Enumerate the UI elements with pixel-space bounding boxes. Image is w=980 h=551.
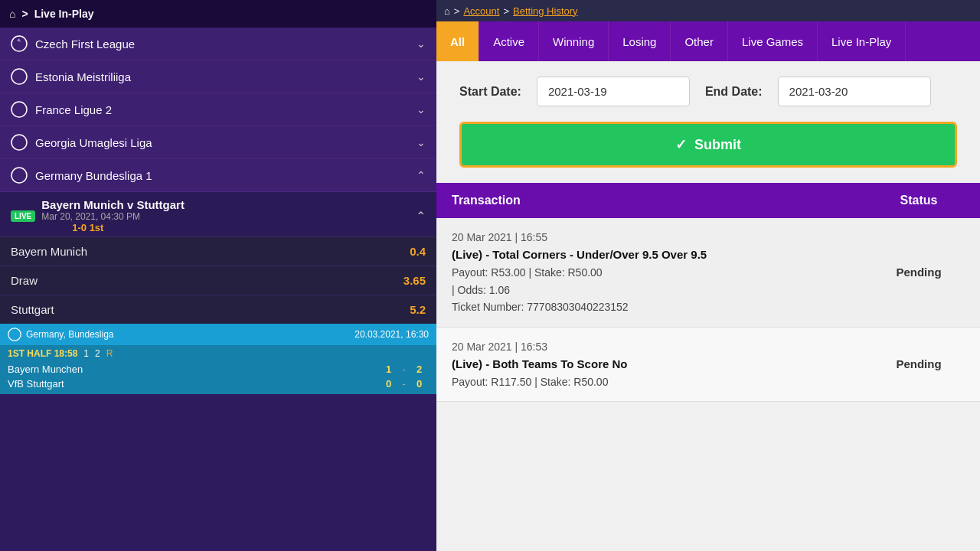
match-container: LIVE Bayern Munich v Stuttgart Mar 20, 2… (0, 192, 436, 324)
odds-label-draw: Draw (11, 274, 38, 287)
match-score: 1-0 1st (41, 222, 185, 233)
match-header[interactable]: LIVE Bayern Munich v Stuttgart Mar 20, 2… (0, 192, 436, 236)
filter-tabs: All Active Winning Losing Other Live Gam… (436, 21, 980, 61)
submit-section: ✓ Submit (436, 122, 980, 183)
tx-status-1: Pending (858, 218, 980, 327)
transactions-header: Transaction Status (436, 183, 980, 218)
league-name-france: France Ligue 2 (35, 103, 112, 116)
right-home-icon: ⌂ (444, 5, 450, 17)
svg-point-5 (11, 168, 27, 183)
score-sep-stuttgartvfb: - (398, 378, 410, 390)
tx-title-2: (Live) - Both Teams To Score No (452, 355, 842, 373)
tx-detail-2: 20 Mar 2021 | 16:53 (Live) - Both Teams … (436, 328, 858, 402)
scoreboard-league-info: Germany, Bundesliga (8, 328, 114, 341)
tab-winning[interactable]: Winning (539, 21, 609, 61)
chevron-up-icon: ⌃ (416, 169, 426, 181)
soccer-icon-estonia (11, 68, 28, 85)
league-name-czech: Czech First League (35, 37, 135, 51)
left-top-bar: ⌂ > Live In-Play (0, 0, 436, 28)
match-time: Mar 20, 2021, 04:30 PM (41, 211, 185, 222)
svg-marker-1 (17, 38, 21, 42)
soccer-icon-france (11, 101, 28, 118)
right-breadcrumb: ⌂ > Account > Betting History (436, 0, 980, 21)
score1-bayernmunchen: 1 (379, 364, 398, 375)
table-row: 20 Mar 2021 | 16:55 (Live) - Total Corne… (436, 218, 980, 328)
tx-datetime-2: 20 Mar 2021 | 16:53 (452, 338, 842, 355)
betting-history-link[interactable]: Betting History (513, 5, 578, 17)
tab-other-label: Other (684, 35, 714, 48)
team-name-bayernmunchen: Bayern Munchen (8, 364, 379, 375)
scoreboard-league-name: Germany, Bundesliga (26, 329, 114, 340)
svg-point-3 (11, 102, 27, 117)
svg-point-2 (11, 69, 27, 84)
team-name-stuttgartvfb: VfB Stuttgart (8, 378, 379, 390)
date-filter-section: Start Date: End Date: (436, 61, 980, 122)
tx-ticket-1: Ticket Number: 77708303040223152 (452, 298, 842, 315)
end-date-label: End Date: (705, 85, 763, 99)
breadcrumb-sep: > (21, 8, 28, 20)
start-date-input[interactable] (537, 77, 690, 106)
tx-odds-1: | Odds: 1.06 (452, 282, 842, 298)
chevron-down-icon-france: ⌄ (416, 103, 426, 116)
tx-title-1: (Live) - Total Corners - Under/Over 9.5 … (452, 246, 842, 264)
home-icon: ⌂ (9, 8, 15, 20)
tx-header-transaction: Transaction (436, 183, 858, 218)
match-title: Bayern Munich v Stuttgart (41, 198, 185, 211)
account-link[interactable]: Account (463, 5, 499, 17)
league-name-georgia: Georgia Umaglesi Liga (35, 136, 152, 149)
tx-detail-1: 20 Mar 2021 | 16:55 (Live) - Total Corne… (436, 218, 858, 327)
match-chevron-up-icon: ⌃ (416, 209, 426, 223)
score-sep-bayernmunchen: - (398, 364, 410, 375)
half-label: 1ST HALF 18:58 (8, 348, 77, 359)
odds-row-draw[interactable]: Draw 3.65 (0, 266, 436, 295)
league-name-estonia: Estonia Meistriliiga (35, 70, 131, 83)
left-panel: ⌂ > Live In-Play Czech First League ⌄ Es… (0, 0, 436, 551)
tab-winning-label: Winning (553, 35, 594, 48)
scoreboard-row[interactable]: Germany, Bundesliga 20.03.2021, 16:30 (0, 324, 436, 345)
right-panel: ⌂ > Account > Betting History All Active… (436, 0, 980, 551)
odds-value-bayernmunich: 0.4 (410, 245, 426, 258)
team-row-stuttgartvfb: VfB Stuttgart 0 - 0 (8, 377, 429, 391)
live-in-play-label: Live In-Play (34, 8, 94, 20)
league-name-germany: Germany Bundesliga 1 (35, 169, 152, 182)
league-row-czech[interactable]: Czech First League ⌄ (0, 28, 436, 60)
tab-all[interactable]: All (436, 21, 479, 61)
league-row-france[interactable]: France Ligue 2 ⌄ (0, 93, 436, 126)
tx-header-status: Status (858, 183, 980, 218)
table-row: 20 Mar 2021 | 16:53 (Live) - Both Teams … (436, 328, 980, 403)
league-row-georgia[interactable]: Georgia Umaglesi Liga ⌄ (0, 126, 436, 159)
tab-active[interactable]: Active (479, 21, 539, 61)
tab-live-games-label: Live Games (742, 35, 803, 48)
scoreboard-datetime: 20.03.2021, 16:30 (354, 329, 429, 340)
end-date-input[interactable] (778, 77, 931, 106)
scoreboard-teams: 1ST HALF 18:58 1 2 R Bayern Munchen 1 - … (0, 345, 436, 394)
score1-stuttgartvfb: 0 (379, 378, 398, 390)
tab-live-in-play[interactable]: Live In-Play (818, 21, 906, 61)
submit-button[interactable]: ✓ Submit (459, 122, 957, 168)
league-row-estonia[interactable]: Estonia Meistriliiga ⌄ (0, 60, 436, 93)
tx-payout-1: Payout: R53.00 | Stake: R50.00 (452, 264, 842, 281)
tx-status-2: Pending (858, 328, 980, 402)
tab-live-games[interactable]: Live Games (728, 21, 818, 61)
league-row-germany[interactable]: Germany Bundesliga 1 ⌃ (0, 159, 436, 192)
odds-row-stuttgart[interactable]: Stuttgart 5.2 (0, 295, 436, 324)
tab-losing[interactable]: Losing (609, 21, 671, 61)
tab-other[interactable]: Other (671, 21, 728, 61)
start-date-label: Start Date: (459, 85, 521, 99)
chevron-down-icon-georgia: ⌄ (416, 136, 426, 148)
odds-label-bayernmunich: Bayern Munich (11, 245, 87, 258)
soccer-icon-georgia (11, 134, 28, 151)
submit-label: Submit (694, 137, 741, 153)
tab-active-label: Active (493, 35, 524, 48)
transactions-section: Transaction Status 20 Mar 2021 | 16:55 (… (436, 183, 980, 551)
right-sep1: > (454, 5, 460, 17)
tab-losing-label: Losing (622, 35, 656, 48)
right-sep2: > (503, 5, 509, 17)
chevron-down-icon: ⌄ (416, 37, 426, 50)
svg-point-4 (11, 135, 27, 150)
tx-payout-2: Payout: R117.50 | Stake: R50.00 (452, 373, 842, 390)
score2-stuttgartvfb: 0 (410, 378, 429, 390)
submit-checkmark: ✓ (675, 136, 687, 153)
odds-row-bayernmunich[interactable]: Bayern Munich 0.4 (0, 236, 436, 266)
svg-point-6 (8, 328, 21, 341)
